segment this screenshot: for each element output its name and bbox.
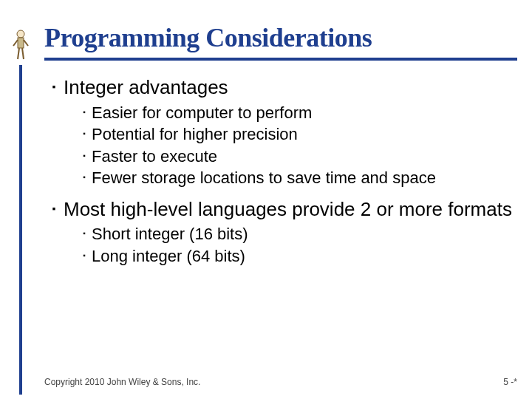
bullet-glyph: ▪	[44, 75, 64, 100]
title-underline	[44, 58, 517, 61]
bullet-text: Most high-level languages provide 2 or m…	[64, 197, 517, 222]
page-number: 5 -*	[503, 377, 517, 387]
bullet-level2: ▪ Long integer (64 bits)	[77, 246, 517, 267]
slide-title: Programming Considerations	[44, 22, 517, 53]
bullet-text: Long integer (64 bits)	[92, 246, 517, 267]
bullet-glyph: ▪	[77, 246, 92, 267]
svg-line-4	[18, 48, 19, 59]
bullet-text: Integer advantages	[64, 75, 517, 100]
bullet-level2: ▪ Faster to execute	[77, 146, 517, 167]
bullet-text: Potential for higher precision	[92, 124, 517, 145]
vertical-rule	[19, 65, 22, 395]
bullet-glyph: ▪	[77, 146, 92, 167]
bullet-glyph: ▪	[77, 224, 92, 245]
bullet-level1: ▪ Most high-level languages provide 2 or…	[44, 197, 517, 222]
slide-content: ▪ Integer advantages ▪ Easier for comput…	[44, 75, 517, 266]
bullet-level2: ▪ Fewer storage locations to save time a…	[77, 168, 517, 188]
bullet-text: Short integer (16 bits)	[92, 224, 517, 245]
bullet-glyph: ▪	[77, 124, 92, 145]
bullet-level1: ▪ Integer advantages	[44, 75, 517, 100]
svg-line-2	[13, 40, 18, 46]
slide-footer: Copyright 2010 John Wiley & Sons, Inc. 5…	[44, 377, 517, 387]
bullet-text: Fewer storage locations to save time and…	[92, 168, 517, 188]
mascot-icon	[12, 30, 30, 61]
svg-line-3	[24, 40, 28, 46]
bullet-level2: ▪ Short integer (16 bits)	[77, 224, 517, 245]
svg-point-0	[17, 30, 24, 38]
svg-line-5	[22, 48, 24, 59]
left-decorative-rail	[6, 0, 35, 399]
copyright-text: Copyright 2010 John Wiley & Sons, Inc.	[44, 377, 200, 387]
slide-body: Programming Considerations ▪ Integer adv…	[44, 22, 517, 384]
bullet-level2: ▪ Easier for computer to perform	[77, 103, 517, 123]
bullet-text: Faster to execute	[92, 146, 517, 167]
bullet-glyph: ▪	[77, 168, 92, 188]
svg-rect-1	[18, 38, 24, 48]
bullet-glyph: ▪	[77, 103, 92, 123]
bullet-glyph: ▪	[44, 197, 64, 222]
bullet-level2: ▪ Potential for higher precision	[77, 124, 517, 145]
bullet-text: Easier for computer to perform	[92, 103, 517, 123]
